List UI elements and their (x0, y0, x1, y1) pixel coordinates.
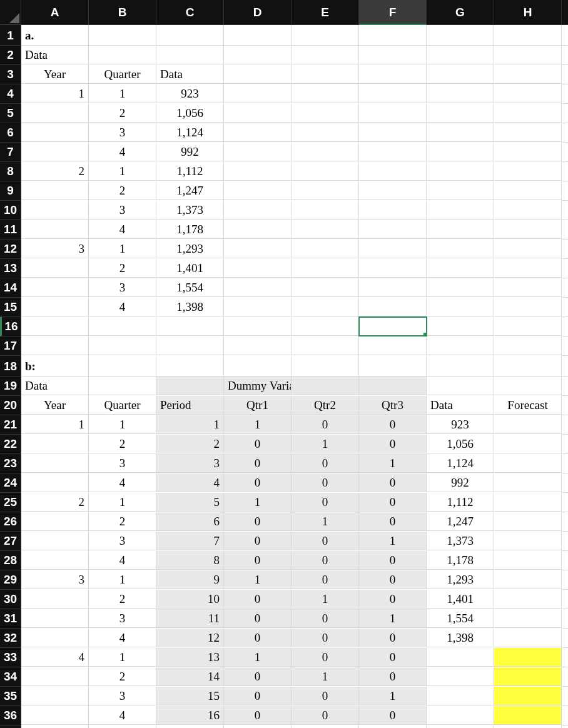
cell-year[interactable] (21, 435, 89, 453)
row-header-17[interactable]: 17 (0, 336, 21, 356)
cell-D11[interactable] (224, 220, 292, 239)
cell-B37[interactable] (89, 725, 156, 728)
cell-E5[interactable] (292, 104, 359, 123)
cell-G19[interactable] (427, 377, 494, 395)
cell-data[interactable]: 1,373 (427, 532, 494, 550)
cell-data[interactable]: 1,398 (427, 629, 494, 647)
cell-D12[interactable] (224, 240, 292, 258)
cell-E13[interactable] (292, 259, 359, 278)
cell-G14[interactable] (427, 278, 494, 297)
cell-H11[interactable] (494, 220, 562, 239)
cell-D37[interactable] (224, 725, 292, 728)
cell-qtr1[interactable]: 1 (224, 415, 292, 434)
cell-G2[interactable] (427, 46, 494, 64)
cell-qtr3[interactable]: 0 (359, 551, 427, 570)
cell-F15[interactable] (359, 298, 427, 316)
cell-E1[interactable] (292, 25, 359, 46)
cell-quarter[interactable]: 4 (89, 298, 156, 316)
cell-B18[interactable] (89, 356, 156, 377)
cell-G1[interactable] (427, 25, 494, 46)
cell-F18[interactable] (359, 356, 427, 377)
cell-A17[interactable] (21, 336, 89, 355)
cell-period[interactable]: 13 (156, 648, 224, 667)
cell-year[interactable] (21, 473, 89, 492)
cell-quarter[interactable]: 2 (89, 104, 156, 123)
cell-H2[interactable] (494, 46, 562, 64)
cell-data[interactable]: 923 (156, 84, 224, 103)
cell-year[interactable]: 4 (21, 648, 89, 667)
cell-H7[interactable] (494, 143, 562, 161)
cell-G13[interactable] (427, 259, 494, 278)
cell-D14[interactable] (224, 278, 292, 297)
cell-period[interactable]: 8 (156, 551, 224, 570)
cell-C16[interactable] (156, 317, 224, 336)
col-header-quarter[interactable]: Quarter (89, 396, 156, 415)
cell-F1[interactable] (359, 25, 427, 46)
cell-H17[interactable] (494, 336, 562, 355)
cell-forecast[interactable] (494, 493, 562, 512)
cell-forecast[interactable] (494, 706, 562, 725)
col-header-qtr1[interactable]: Qtr1 (224, 396, 292, 415)
cell-forecast[interactable] (494, 590, 562, 609)
cell-H10[interactable] (494, 201, 562, 220)
cell-quarter[interactable]: 3 (89, 609, 156, 628)
cell-D16[interactable] (224, 317, 292, 336)
cell-C19[interactable] (156, 377, 224, 395)
cell-qtr2[interactable]: 0 (292, 609, 359, 628)
cell-H18[interactable] (494, 356, 562, 377)
cell-G6[interactable] (427, 123, 494, 142)
row-header-35[interactable]: 35 (0, 687, 21, 706)
col-header-qtr2[interactable]: Qtr2 (292, 396, 359, 415)
cell-data[interactable]: 1,373 (156, 201, 224, 220)
section-a-data-label[interactable]: Data (21, 46, 89, 64)
cell-year[interactable]: 2 (21, 162, 89, 181)
cell-qtr3[interactable]: 1 (359, 532, 427, 550)
cell-forecast[interactable] (494, 667, 562, 686)
cell-qtr3[interactable]: 0 (359, 570, 427, 589)
cell-qtr2[interactable]: 0 (292, 629, 359, 647)
cell-period[interactable]: 7 (156, 532, 224, 550)
cell-period[interactable]: 15 (156, 687, 224, 705)
cell-qtr1[interactable]: 0 (224, 532, 292, 550)
cell-F14[interactable] (359, 278, 427, 297)
row-header-11[interactable]: 11 (0, 220, 21, 240)
dummy-variables-label[interactable]: Dummy Variables (224, 377, 292, 395)
cell-qtr3[interactable]: 1 (359, 609, 427, 628)
cell-period[interactable]: 14 (156, 667, 224, 686)
cell-quarter[interactable]: 1 (89, 162, 156, 181)
row-header-7[interactable]: 7 (0, 143, 21, 162)
col-header-forecast[interactable]: Forecast (494, 396, 562, 415)
cell-E17[interactable] (292, 336, 359, 355)
cell-period[interactable]: 5 (156, 493, 224, 512)
cell-year[interactable] (21, 298, 89, 316)
cell-qtr2[interactable]: 1 (292, 667, 359, 686)
cell-qtr3[interactable]: 0 (359, 667, 427, 686)
cell-qtr3[interactable]: 0 (359, 706, 427, 725)
cell-year[interactable] (21, 220, 89, 239)
cell-H16[interactable] (494, 317, 562, 336)
cell-qtr1[interactable]: 0 (224, 454, 292, 473)
col-header-data[interactable]: Data (156, 65, 224, 84)
cell-year[interactable] (21, 278, 89, 297)
cell-quarter[interactable]: 3 (89, 123, 156, 142)
cell-E2[interactable] (292, 46, 359, 64)
cell-year[interactable] (21, 454, 89, 473)
row-header-21[interactable]: 21 (0, 415, 21, 435)
cell-period[interactable]: 3 (156, 454, 224, 473)
cell-forecast[interactable] (494, 532, 562, 550)
cell-E3[interactable] (292, 65, 359, 84)
cell-qtr2[interactable]: 0 (292, 532, 359, 550)
col-header-quarter[interactable]: Quarter (89, 65, 156, 84)
cell-data[interactable]: 1,293 (427, 570, 494, 589)
column-header-C[interactable]: C (156, 0, 224, 25)
cell-data[interactable]: 1,247 (156, 181, 224, 200)
cell-qtr1[interactable]: 0 (224, 590, 292, 609)
cell-forecast[interactable] (494, 512, 562, 531)
cell-qtr3[interactable]: 0 (359, 435, 427, 453)
cell-E7[interactable] (292, 143, 359, 161)
cell-qtr1[interactable]: 0 (224, 687, 292, 705)
row-header-37[interactable]: 37 (0, 725, 21, 728)
cell-quarter[interactable]: 2 (89, 590, 156, 609)
cell-qtr3[interactable]: 0 (359, 415, 427, 434)
cell-F9[interactable] (359, 181, 427, 200)
